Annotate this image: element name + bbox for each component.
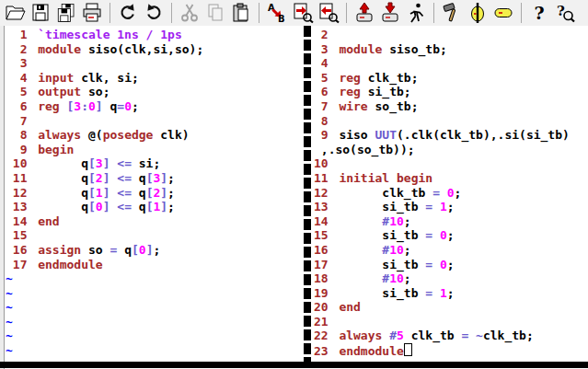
run-script-button[interactable]	[405, 2, 427, 24]
code-token: =	[425, 228, 432, 242]
editor-pane-right[interactable]: 23module siso_tb;45reg clk_tb;6reg si_tb…	[314, 28, 588, 358]
save-session-button[interactable]	[379, 2, 401, 24]
undo-icon	[117, 2, 139, 24]
toolbar: AB??	[0, 0, 588, 26]
help-button[interactable]: ?	[528, 2, 550, 24]
find-next-button[interactable]	[292, 2, 314, 24]
code-line[interactable]: 21	[314, 315, 588, 329]
code-token: clk_tb;	[483, 329, 534, 342]
code-token: si;	[132, 156, 160, 170]
undo-button[interactable]	[117, 2, 139, 24]
vertical-split-separator[interactable]	[304, 26, 311, 362]
code-token: [	[88, 200, 96, 213]
find-prev-button[interactable]	[317, 2, 340, 24]
code-line[interactable]: 19 si_tb = 1;	[314, 286, 588, 301]
code-line[interactable]: 12 q[1] <= q[2];	[6, 186, 303, 201]
find-replace-button[interactable]: AB	[266, 2, 288, 24]
line-number: 17	[6, 258, 27, 272]
code-line[interactable]: 2module siso(clk,si,so);	[6, 42, 303, 57]
code-token: UUT	[375, 128, 397, 142]
code-line[interactable]: 18 #10;	[314, 271, 588, 286]
filler-line[interactable]: ~	[6, 343, 303, 358]
code-line[interactable]: 9begin	[6, 143, 303, 157]
code-line[interactable]: 13 si_tb = 1;	[314, 200, 588, 214]
code-line[interactable]: 23endmodule	[314, 343, 588, 358]
line-number: 22	[314, 329, 329, 343]
code-line[interactable]: 16assign so = q[0];	[6, 243, 303, 258]
code-line[interactable]: 10	[314, 156, 588, 171]
line-number: 6	[314, 85, 329, 99]
redo-button[interactable]	[143, 2, 165, 24]
code-token: <=	[117, 171, 132, 185]
code-token	[339, 243, 382, 257]
code-token: ~	[476, 329, 483, 342]
code-line[interactable]: 17endmodule	[6, 258, 303, 272]
code-line[interactable]: 22always #5 clk_tb = ~clk_tb;	[314, 329, 588, 343]
code-line[interactable]: 12 clk_tb = 0;	[314, 186, 588, 201]
help-icon: ?	[528, 2, 550, 24]
open-file-icon	[4, 2, 26, 24]
copy-button	[204, 2, 226, 24]
filler-line[interactable]: ~	[6, 329, 303, 343]
code-line[interactable]: 2	[314, 28, 588, 42]
code-line[interactable]: 5reg clk_tb;	[314, 71, 588, 86]
code-line[interactable]: 1`timescale 1ns / 1ps	[6, 28, 303, 42]
filler-line[interactable]: ~	[6, 315, 303, 329]
make-button[interactable]	[441, 2, 463, 24]
code-line[interactable]: 10 q[3] <= si;	[6, 156, 303, 171]
filler-line[interactable]: ~	[6, 286, 303, 301]
code-line[interactable]: 3module siso_tb;	[314, 42, 588, 57]
code-token: endmodule	[339, 344, 403, 358]
code-token: begin	[397, 171, 432, 185]
filler-line[interactable]: ~	[6, 271, 303, 286]
filler-line[interactable]: ~	[6, 300, 303, 315]
load-session-button[interactable]	[353, 2, 375, 24]
code-line[interactable]: 16 #10;	[314, 243, 588, 258]
code-line[interactable]: 11 q[2] <= q[3];	[6, 171, 303, 186]
save-all-button[interactable]	[55, 2, 77, 24]
code-line[interactable]: 5output so;	[6, 85, 303, 99]
code-line[interactable]: ,.so(so_tb));	[314, 143, 588, 157]
editor-pane-left[interactable]: 1`timescale 1ns / 1ps2module siso(clk,si…	[6, 28, 303, 358]
code-line[interactable]: 20end	[314, 300, 588, 315]
code-line[interactable]: 14end	[6, 214, 303, 229]
code-token: end	[339, 300, 360, 314]
code-token: ;	[167, 171, 175, 185]
code-line[interactable]: 11initial begin	[314, 171, 588, 186]
code-line[interactable]: 8	[314, 114, 588, 129]
paste-icon	[230, 2, 252, 24]
code-line[interactable]: 3	[6, 56, 303, 71]
code-token: [	[88, 156, 96, 170]
line-number: 9	[314, 128, 329, 143]
open-file-button[interactable]	[4, 2, 26, 24]
code-line[interactable]: 15 si_tb = 0;	[314, 228, 588, 243]
code-token: q	[38, 156, 88, 170]
code-line[interactable]: 17 si_tb = 0;	[314, 258, 588, 272]
code-line[interactable]: 15	[6, 228, 303, 243]
code-line[interactable]: 6reg [3:0] q=0;	[6, 99, 303, 114]
code-line[interactable]: 13 q[0] <= q[1];	[6, 200, 303, 214]
jump-tag-button[interactable]	[492, 2, 514, 24]
code-token: ;	[132, 99, 139, 113]
save-session-icon	[379, 2, 401, 24]
find-replace-icon: AB	[266, 2, 288, 24]
code-line[interactable]: 6reg si_tb;	[314, 85, 588, 99]
code-line[interactable]: 4input clk, si;	[6, 71, 303, 86]
build-tags-button[interactable]	[467, 2, 489, 24]
print-button[interactable]	[81, 2, 103, 24]
save-file-button[interactable]	[29, 2, 52, 24]
code-token: =	[425, 286, 432, 300]
code-token: ]	[160, 200, 167, 213]
code-line[interactable]: 7	[6, 114, 303, 129]
code-line[interactable]: 7wire so_tb;	[314, 99, 588, 114]
code-line[interactable]: 9siso UUT(.clk(clk_tb),.si(si_tb)	[314, 128, 588, 143]
paste-button[interactable]	[230, 2, 252, 24]
code-token: ;	[455, 186, 462, 200]
code-token: clk_tb	[339, 186, 432, 200]
jump-tag-icon	[492, 2, 514, 24]
find-help-button[interactable]: ?	[554, 2, 576, 24]
code-line[interactable]: 14 #10;	[314, 214, 588, 229]
code-line[interactable]: 4	[314, 56, 588, 71]
code-line[interactable]: 8always @(posedge clk)	[6, 128, 303, 143]
code-token: 0	[124, 99, 132, 113]
